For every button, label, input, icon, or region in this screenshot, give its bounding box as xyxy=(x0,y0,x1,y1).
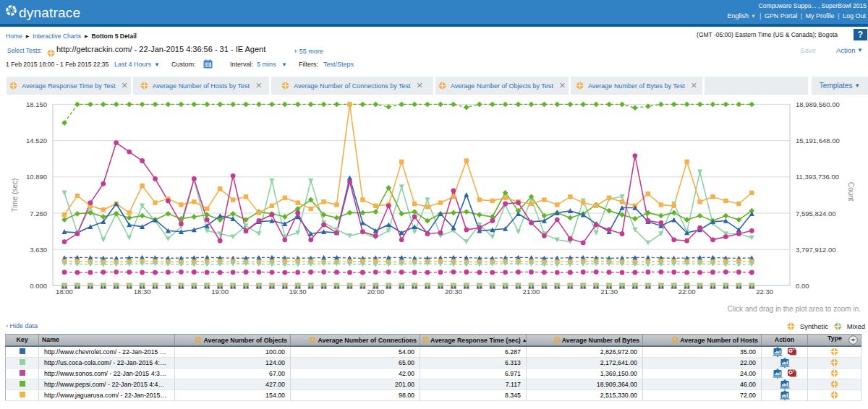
svg-text:18:00: 18:00 xyxy=(56,288,73,296)
svg-text:0.000: 0.000 xyxy=(30,282,47,290)
svg-text:11,393,736.00: 11,393,736.00 xyxy=(796,173,839,181)
svg-text:21:30: 21:30 xyxy=(600,288,618,296)
svg-text:20:30: 20:30 xyxy=(445,288,462,296)
svg-text:7.260: 7.260 xyxy=(30,210,47,218)
svg-text:21:00: 21:00 xyxy=(523,288,540,296)
svg-text:22:30: 22:30 xyxy=(756,288,773,296)
svg-text:0.00: 0.00 xyxy=(796,282,809,290)
svg-text:18.150: 18.150 xyxy=(26,100,47,108)
svg-text:Time (sec): Time (sec) xyxy=(11,178,19,212)
svg-text:Click and drag in the plot are: Click and drag in the plot area to zoom … xyxy=(727,305,861,313)
svg-text:7,595,824.00: 7,595,824.00 xyxy=(796,210,835,218)
svg-text:Count: Count xyxy=(847,182,855,202)
svg-text:19:30: 19:30 xyxy=(289,288,307,296)
svg-text:14.520: 14.520 xyxy=(26,137,47,145)
svg-text:3,797,912.00: 3,797,912.00 xyxy=(796,246,835,254)
svg-text:22:00: 22:00 xyxy=(678,288,696,296)
svg-text:18:30: 18:30 xyxy=(134,288,151,296)
svg-text:18,989,560.00: 18,989,560.00 xyxy=(796,100,840,108)
svg-text:10.890: 10.890 xyxy=(26,173,47,181)
svg-text:19:00: 19:00 xyxy=(211,288,229,296)
svg-text:20:00: 20:00 xyxy=(367,288,384,296)
svg-text:15,191,648.00: 15,191,648.00 xyxy=(796,137,840,145)
svg-text:3.630: 3.630 xyxy=(30,246,47,254)
